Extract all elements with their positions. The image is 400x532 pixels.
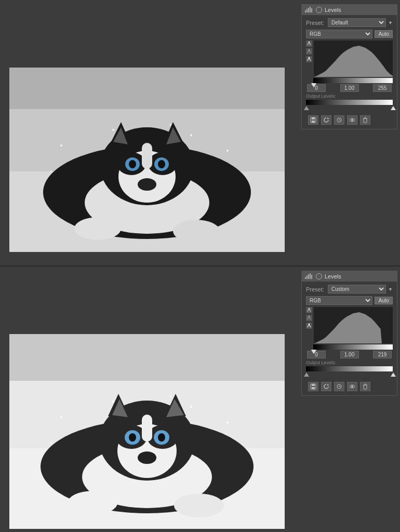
bottom-hist-tools xyxy=(306,307,312,343)
bottom-bottom-toolbar xyxy=(306,380,393,392)
svg-point-73 xyxy=(170,396,171,397)
bottom-levels-title: Levels xyxy=(325,273,341,280)
svg-rect-48 xyxy=(9,334,285,381)
bottom-black-point-button[interactable] xyxy=(306,307,312,313)
svg-rect-29 xyxy=(308,8,309,12)
svg-rect-28 xyxy=(306,9,308,12)
bottom-black-input[interactable] xyxy=(307,351,326,358)
bottom-delete-button[interactable] xyxy=(360,382,370,391)
svg-point-59 xyxy=(158,433,165,442)
svg-point-58 xyxy=(129,433,136,442)
top-black-point-button[interactable] xyxy=(306,41,312,47)
bottom-gray-point-button[interactable] xyxy=(306,315,312,321)
bottom-rgb-row: RGB Red Green Blue Auto xyxy=(306,296,393,305)
top-mid-input[interactable] xyxy=(340,84,359,92)
bottom-channel-select[interactable]: RGB Red Green Blue xyxy=(306,296,372,305)
top-history-button[interactable] xyxy=(334,115,344,125)
histogram-icon xyxy=(305,6,313,14)
top-output-white-slider[interactable] xyxy=(391,106,396,110)
bottom-white-point-button[interactable] xyxy=(306,323,312,329)
bottom-auto-button[interactable]: Auto xyxy=(375,297,393,304)
svg-rect-74 xyxy=(305,277,306,279)
top-black-input[interactable] xyxy=(307,84,326,92)
svg-point-22 xyxy=(112,129,114,131)
svg-point-11 xyxy=(129,160,136,168)
bottom-output-black-slider[interactable] xyxy=(304,373,309,377)
top-right-spacer xyxy=(299,132,400,265)
top-levels-header: Levels xyxy=(302,5,397,15)
bottom-half: Levels Preset: Default Custom ▼ xyxy=(0,267,400,532)
bottom-levels-panel: Levels Preset: Default Custom ▼ xyxy=(301,271,397,396)
top-levels-body: Preset: Default Custom ▼ RGB Red Green xyxy=(302,15,397,129)
svg-point-34 xyxy=(309,57,310,59)
bottom-right-panel: Levels Preset: Default Custom ▼ xyxy=(299,267,400,532)
top-reset-button[interactable] xyxy=(321,115,331,125)
top-output-slider xyxy=(306,100,393,111)
top-half: Levels Preset: Default Custom ▼ xyxy=(0,0,400,265)
svg-rect-20 xyxy=(142,143,152,169)
bottom-output-gradient xyxy=(306,366,393,371)
svg-point-13 xyxy=(138,178,156,191)
top-channel-select[interactable]: RGB Red Green Blue xyxy=(306,30,372,38)
svg-point-71 xyxy=(226,421,229,423)
bottom-visibility-button[interactable] xyxy=(347,382,357,391)
top-levels-title: Levels xyxy=(325,7,341,13)
top-white-point-button[interactable] xyxy=(306,56,312,62)
svg-rect-78 xyxy=(311,275,312,279)
top-output-gradient xyxy=(306,100,393,105)
top-save-button[interactable] xyxy=(308,115,318,125)
svg-point-43 xyxy=(351,119,353,121)
top-output-black-slider[interactable] xyxy=(304,106,309,110)
svg-rect-27 xyxy=(305,10,306,12)
top-gray-point-button[interactable] xyxy=(306,48,312,55)
top-image-area xyxy=(0,0,299,265)
svg-point-18 xyxy=(74,217,121,240)
bottom-preset-select[interactable]: Default Custom xyxy=(328,285,386,294)
top-delete-button[interactable] xyxy=(360,115,370,125)
bottom-input-values xyxy=(306,351,393,358)
svg-rect-38 xyxy=(312,117,315,119)
svg-point-19 xyxy=(173,220,220,243)
main-container: Levels Preset: Default Custom ▼ xyxy=(0,0,400,532)
bottom-output-white-slider[interactable] xyxy=(391,373,396,377)
svg-rect-67 xyxy=(142,415,152,442)
top-preset-select[interactable]: Default Custom xyxy=(328,18,386,27)
top-auto-button[interactable]: Auto xyxy=(375,30,393,38)
bottom-histogram-area xyxy=(306,307,393,343)
bottom-histogram xyxy=(314,307,393,343)
svg-rect-1 xyxy=(9,68,285,109)
top-preset-arrow: ▼ xyxy=(388,20,393,25)
svg-point-79 xyxy=(309,308,310,310)
bottom-mid-input[interactable] xyxy=(340,351,359,358)
svg-rect-44 xyxy=(364,118,367,123)
svg-rect-31 xyxy=(311,8,312,12)
bottom-dog-image xyxy=(9,334,285,529)
bottom-history-button[interactable] xyxy=(334,382,344,391)
top-white-input[interactable] xyxy=(373,84,392,92)
top-output-label: Output Levels: xyxy=(306,94,393,99)
top-hist-tools xyxy=(306,41,312,77)
bottom-preset-label: Preset: xyxy=(306,286,326,292)
bottom-white-input[interactable] xyxy=(373,351,392,358)
top-right-panel: Levels Preset: Default Custom ▼ xyxy=(299,0,400,265)
svg-point-60 xyxy=(138,451,156,464)
top-visibility-button[interactable] xyxy=(347,115,357,125)
svg-rect-30 xyxy=(310,7,311,12)
svg-point-90 xyxy=(351,385,353,388)
circle-icon-2 xyxy=(316,273,322,280)
bottom-output-track xyxy=(306,371,393,378)
svg-marker-87 xyxy=(327,384,329,385)
svg-marker-40 xyxy=(327,117,329,119)
bottom-reset-button[interactable] xyxy=(321,382,331,391)
svg-rect-77 xyxy=(310,273,311,279)
svg-point-81 xyxy=(309,324,310,325)
top-preset-row: Preset: Default Custom ▼ xyxy=(306,18,393,27)
svg-rect-85 xyxy=(312,384,315,386)
svg-rect-75 xyxy=(306,275,308,279)
bottom-white-slider[interactable] xyxy=(311,350,316,354)
top-white-slider[interactable] xyxy=(311,83,316,87)
bottom-save-button[interactable] xyxy=(308,382,318,391)
bottom-right-spacer xyxy=(299,398,400,532)
bottom-preset-arrow: ▼ xyxy=(388,287,393,292)
top-dog-image xyxy=(9,68,285,252)
